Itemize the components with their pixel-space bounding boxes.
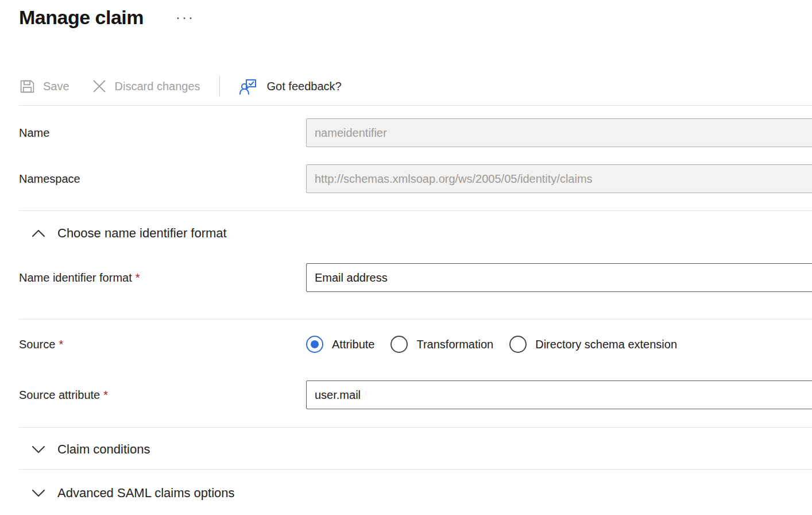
chevron-down-icon <box>32 445 49 453</box>
page-title: Manage claim <box>19 5 144 30</box>
radio-selected-icon <box>306 336 323 353</box>
radio-label: Transformation <box>416 338 493 351</box>
got-feedback-label: Got feedback? <box>267 80 342 93</box>
section-label: Advanced SAML claims options <box>57 486 235 501</box>
name-identifier-format-row: Name identifier format* Email address <box>19 263 812 292</box>
save-button[interactable]: Save <box>19 78 69 95</box>
name-identifier-format-dropdown[interactable]: Email address <box>306 263 812 292</box>
name-input <box>306 118 812 147</box>
radio-unselected-icon <box>390 336 408 353</box>
feedback-icon <box>239 77 258 96</box>
namespace-field-label: Namespace <box>19 172 306 186</box>
namespace-input <box>306 164 812 193</box>
required-asterisk: * <box>103 389 108 401</box>
source-attribute-row: Source attribute* <box>19 381 812 409</box>
label-text: Source attribute <box>19 389 100 401</box>
radio-option-transformation[interactable]: Transformation <box>390 336 493 353</box>
required-asterisk: * <box>59 338 63 351</box>
discard-changes-label: Discard changes <box>115 80 200 93</box>
divider <box>19 210 812 211</box>
namespace-field-row: Namespace <box>19 164 812 193</box>
source-attribute-input[interactable] <box>306 381 812 409</box>
divider <box>19 319 812 320</box>
divider <box>19 469 812 470</box>
required-asterisk: * <box>136 271 140 284</box>
radio-option-attribute[interactable]: Attribute <box>306 336 374 353</box>
got-feedback-button[interactable]: Got feedback? <box>239 77 342 96</box>
radio-label: Directory schema extension <box>535 338 677 351</box>
source-field-row: Source* Attribute Transformation Directo… <box>19 333 812 356</box>
command-bar: Save Discard changes Got feedback? <box>19 74 812 99</box>
discard-x-icon <box>91 78 107 94</box>
divider <box>19 105 812 106</box>
source-field-label: Source* <box>19 338 306 351</box>
discard-changes-button[interactable]: Discard changes <box>91 78 200 94</box>
save-icon <box>19 78 36 95</box>
section-label: Choose name identifier format <box>57 226 227 241</box>
section-label: Claim conditions <box>57 442 150 457</box>
radio-option-directory-schema-extension[interactable]: Directory schema extension <box>509 336 677 353</box>
more-options-button[interactable]: ··· <box>176 10 195 24</box>
source-attribute-label: Source attribute* <box>19 389 306 402</box>
radio-unselected-icon <box>509 336 527 353</box>
section-choose-name-identifier-format[interactable]: Choose name identifier format <box>32 225 812 242</box>
chevron-up-icon <box>32 229 49 237</box>
source-radio-group: Attribute Transformation Directory schem… <box>306 336 812 353</box>
label-text: Source <box>19 338 55 351</box>
label-text: Name identifier format <box>19 271 132 284</box>
divider <box>19 427 812 428</box>
manage-claim-page: Manage claim ··· Save Discard changes <box>0 5 812 515</box>
name-identifier-format-label: Name identifier format* <box>19 271 306 285</box>
dropdown-selected-value: Email address <box>315 271 388 285</box>
radio-label: Attribute <box>332 338 374 351</box>
save-button-label: Save <box>43 80 69 93</box>
name-field-label: Name <box>19 126 306 140</box>
name-field-row: Name <box>19 118 812 147</box>
page-header: Manage claim ··· <box>19 5 812 30</box>
toolbar-separator <box>219 76 220 97</box>
chevron-down-icon <box>32 489 49 497</box>
section-advanced-saml-claims-options[interactable]: Advanced SAML claims options <box>32 485 812 502</box>
section-claim-conditions[interactable]: Claim conditions <box>32 441 812 458</box>
